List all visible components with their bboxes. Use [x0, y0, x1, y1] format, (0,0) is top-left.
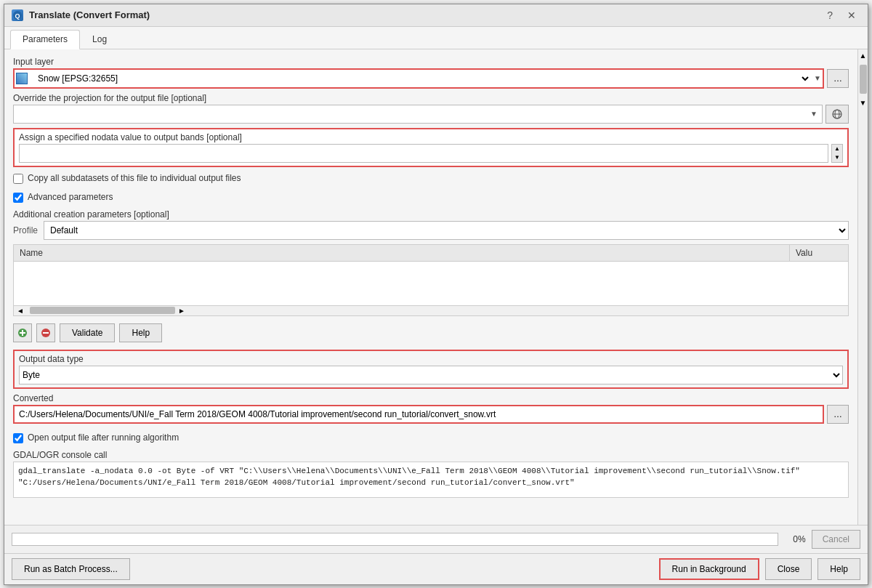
param-table-body[interactable] — [14, 262, 848, 305]
nodata-spin-down[interactable]: ▼ — [832, 153, 842, 162]
nodata-label: Assign a specified nodata value to outpu… — [19, 132, 843, 142]
scroll-left-arrow[interactable]: ◄ — [14, 307, 27, 315]
scroll-down-arrow[interactable]: ▼ — [858, 97, 868, 109]
param-col-name: Name — [14, 245, 790, 261]
footer-row: Run as Batch Process... Run in Backgroun… — [4, 553, 868, 584]
param-table-header: Name Valu — [14, 245, 848, 262]
converted-row: … — [13, 405, 849, 424]
advanced-params-checkbox[interactable] — [13, 193, 23, 203]
main-dialog: Q Translate (Convert Format) ? ✕ Paramet… — [4, 4, 868, 585]
copy-subdatasets-checkbox[interactable] — [13, 174, 23, 184]
profile-row: Profile Default — [13, 221, 849, 240]
input-layer-section: Input layer Snow [EPSG:32655] ▼ … — [13, 57, 849, 89]
advanced-params-label: Advanced parameters — [28, 192, 113, 202]
tab-log[interactable]: Log — [80, 30, 119, 49]
input-layer-combo[interactable]: Snow [EPSG:32655] ▼ — [13, 68, 824, 89]
nodata-section: Assign a specified nodata value to outpu… — [13, 128, 849, 167]
output-dtype-row: Byte Int16 UInt16 Float32 — [19, 366, 843, 384]
scroll-right-arrow[interactable]: ► — [175, 307, 188, 315]
footer-right: Run in Background Close Help — [659, 558, 860, 580]
toolbar-row: Validate Help — [13, 321, 849, 345]
output-dtype-select[interactable]: Byte Int16 UInt16 Float32 — [19, 366, 843, 384]
console-section: GDAL/OGR console call gdal_translate -a_… — [13, 450, 849, 498]
nodata-box: Assign a specified nodata value to outpu… — [13, 128, 849, 167]
nodata-row: 0.000000 ▲ ▼ — [19, 144, 843, 163]
override-projection-arrow: ▼ — [810, 110, 818, 118]
open-output-row: Open output file after running algorithm — [13, 431, 849, 446]
profile-select[interactable]: Default — [44, 221, 849, 240]
converted-input[interactable] — [13, 405, 824, 424]
progress-bar-area: 0% Cancel — [4, 525, 868, 553]
input-layer-select[interactable]: Snow [EPSG:32655] — [33, 71, 811, 86]
nodata-input[interactable]: 0.000000 — [19, 144, 828, 163]
progress-label: 0% — [784, 534, 806, 544]
override-projection-label: Override the projection for the output f… — [13, 93, 849, 103]
progress-bar-container — [12, 533, 778, 546]
output-dtype-section: Output data type Byte Int16 UInt16 Float… — [13, 350, 849, 389]
snow-layer-icon — [16, 73, 28, 84]
batch-process-btn[interactable]: Run as Batch Process... — [12, 558, 130, 580]
close-btn[interactable]: Close — [765, 558, 812, 580]
add-row-btn[interactable] — [13, 323, 32, 342]
main-area: Input layer Snow [EPSG:32655] ▼ … Overri… — [4, 49, 868, 525]
additional-creation-label: Additional creation parameters [optional… — [13, 209, 849, 220]
advanced-params-row: Advanced parameters — [13, 190, 849, 205]
converted-label: Converted — [13, 393, 849, 403]
v-scroll-thumb[interactable] — [860, 65, 867, 94]
tab-parameters[interactable]: Parameters — [10, 30, 80, 49]
run-in-background-btn[interactable]: Run in Background — [659, 558, 759, 580]
cancel-btn[interactable]: Cancel — [812, 530, 860, 549]
title-bar-controls: ? ✕ — [823, 9, 860, 22]
console-label: GDAL/OGR console call — [13, 450, 849, 460]
title-bar: Q Translate (Convert Format) ? ✕ — [4, 4, 868, 27]
additional-creation-section: Additional creation parameters [optional… — [13, 209, 849, 240]
console-box: gdal_translate -a_nodata 0.0 -ot Byte -o… — [13, 462, 849, 498]
nodata-spinner: ▲ ▼ — [831, 144, 843, 163]
scroll-up-arrow[interactable]: ▲ — [858, 49, 868, 62]
copy-subdatasets-row: Copy all subdatasets of this file to ind… — [13, 172, 849, 186]
dialog-title: Translate (Convert Format) — [29, 9, 817, 20]
app-icon: Q — [12, 9, 23, 21]
override-projection-globe-btn[interactable] — [825, 105, 849, 124]
validate-btn[interactable]: Validate — [60, 323, 115, 342]
right-scrollbar: ▲ ▼ — [857, 49, 868, 525]
help-btn[interactable]: Help — [119, 323, 162, 342]
svg-text:Q: Q — [15, 12, 20, 20]
console-text: gdal_translate -a_nodata 0.0 -ot Byte -o… — [18, 467, 800, 488]
override-projection-combo[interactable]: ▼ — [13, 105, 823, 124]
open-output-checkbox[interactable] — [13, 433, 23, 443]
copy-subdatasets-label: Copy all subdatasets of this file to ind… — [28, 173, 241, 183]
tabs-bar: Parameters Log — [4, 27, 868, 49]
content-area: Input layer Snow [EPSG:32655] ▼ … Overri… — [4, 49, 857, 525]
nodata-spin-up[interactable]: ▲ — [832, 145, 842, 153]
param-col-value: Valu — [790, 245, 848, 261]
converted-browse-btn[interactable]: … — [827, 405, 849, 424]
param-table: Name Valu ◄ ► — [13, 244, 849, 316]
help-title-btn[interactable]: ? — [823, 9, 837, 22]
output-dtype-label: Output data type — [19, 354, 843, 364]
h-scroll-thumb[interactable] — [30, 307, 175, 314]
input-layer-browse-btn[interactable]: … — [827, 69, 849, 88]
help-footer-btn[interactable]: Help — [818, 558, 860, 580]
profile-label: Profile — [13, 225, 38, 235]
remove-row-btn[interactable] — [36, 323, 55, 342]
override-projection-section: Override the projection for the output f… — [13, 93, 849, 124]
converted-section: Converted … — [13, 393, 849, 427]
param-scrollbar: ◄ ► — [14, 305, 848, 315]
override-projection-row: ▼ — [13, 105, 849, 124]
output-dtype-box: Output data type Byte Int16 UInt16 Float… — [13, 350, 849, 389]
open-output-label: Open output file after running algorithm — [28, 432, 179, 443]
input-layer-label: Input layer — [13, 57, 849, 67]
close-title-btn[interactable]: ✕ — [843, 9, 860, 22]
input-layer-row: Snow [EPSG:32655] ▼ … — [13, 68, 849, 89]
input-layer-arrow: ▼ — [814, 74, 821, 82]
